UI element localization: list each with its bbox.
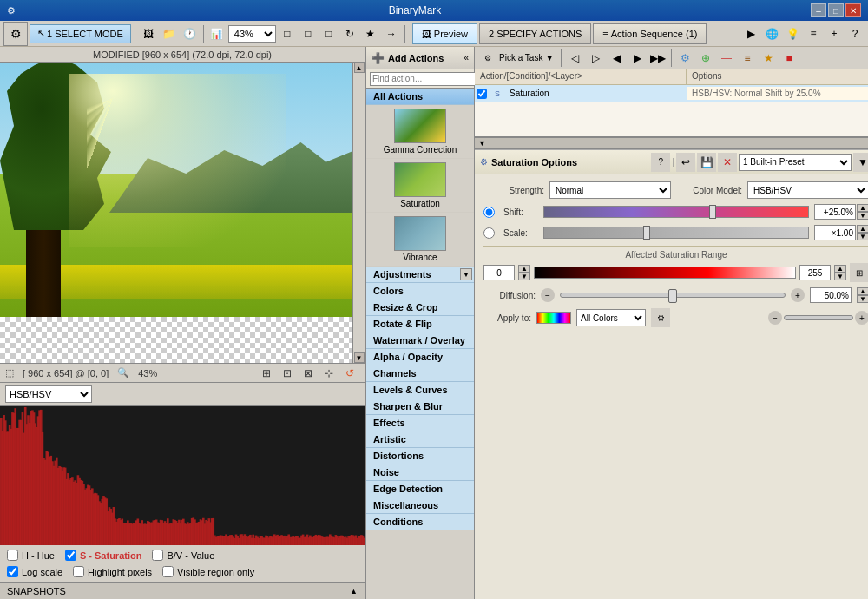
resize-crop-category[interactable]: Resize & Crop	[366, 300, 474, 316]
actions-btn-2[interactable]: ⊕	[696, 49, 715, 68]
folder-icon-btn[interactable]: 📁	[160, 24, 179, 43]
saturation-checkbox[interactable]	[65, 550, 76, 561]
watermark-category[interactable]: Watermark / Overlay	[366, 332, 474, 349]
colors-category[interactable]: Colors	[366, 283, 474, 300]
range-reset-btn[interactable]: ⊞	[850, 263, 868, 282]
add-btn[interactable]: +	[825, 24, 844, 43]
select-mode-button[interactable]: ↖ 1 SELECT MODE	[30, 24, 131, 43]
highlight-pixels-checkbox[interactable]	[73, 566, 84, 577]
scale-slider-track[interactable]	[543, 227, 809, 239]
value-checkbox[interactable]	[152, 550, 163, 561]
options-help-btn[interactable]: ?	[651, 153, 670, 172]
saturation-item[interactable]: Saturation	[366, 159, 474, 213]
actions-btn-5[interactable]: ★	[759, 49, 778, 68]
reset-btn[interactable]: ↺	[340, 364, 359, 383]
find-action-input[interactable]	[370, 72, 485, 86]
actions-btn-1[interactable]: ⚙	[675, 49, 694, 68]
apply-slider-track[interactable]	[784, 315, 853, 320]
rotate-flip-category[interactable]: Rotate & Flip	[366, 316, 474, 332]
diffusion-slider-thumb[interactable]	[668, 289, 677, 303]
settings-icon[interactable]: ⚙	[3, 22, 28, 46]
collapse-actions-btn[interactable]: «	[464, 53, 469, 63]
scroll-actions-down[interactable]: ▼	[460, 268, 472, 280]
scale-radio[interactable]	[483, 227, 495, 239]
adjustments-category[interactable]: Adjustments	[366, 267, 474, 283]
strength-select[interactable]: Normal	[549, 181, 671, 199]
actions-btn-6[interactable]: ■	[779, 49, 799, 68]
log-scale-checkbox[interactable]	[7, 566, 18, 577]
range-max-down[interactable]: ▼	[834, 273, 846, 280]
options-save-btn[interactable]: 💾	[697, 153, 716, 172]
diffusion-minus-btn[interactable]: −	[541, 288, 555, 302]
actual-btn[interactable]: ⊠	[299, 364, 318, 383]
options-undo-btn[interactable]: ↩	[676, 153, 695, 172]
zoom-btn-2[interactable]: □	[299, 24, 318, 43]
expand-btn[interactable]: ⊹	[319, 364, 339, 383]
specify-actions-tab[interactable]: 2 SPECIFY ACTIONS	[479, 23, 591, 44]
shift-spin-up[interactable]: ▲	[857, 204, 868, 212]
range-min-down[interactable]: ▼	[518, 273, 530, 280]
sequence-row[interactable]: S Saturation HSB/HSV: Normal Shift by 25…	[475, 85, 868, 102]
list-btn[interactable]: ≡	[804, 24, 823, 43]
grid-btn[interactable]: ⊞	[257, 364, 276, 383]
light-btn[interactable]: 💡	[783, 24, 802, 43]
hue-checkbox[interactable]	[7, 550, 18, 561]
diffusion-slider-track[interactable]	[560, 293, 786, 298]
fit-btn[interactable]: ⊡	[278, 364, 297, 383]
range-max-up[interactable]: ▲	[834, 265, 846, 273]
maximize-button[interactable]: □	[828, 3, 844, 17]
miscellaneous-category[interactable]: Miscellaneous	[366, 497, 474, 514]
all-actions-category[interactable]: All Actions	[366, 89, 474, 105]
channels-category[interactable]: Channels	[366, 365, 474, 382]
preview-tab[interactable]: 🖼 Preview	[412, 23, 477, 44]
zoom-btn-1[interactable]: □	[278, 24, 297, 43]
minimize-button[interactable]: –	[811, 3, 826, 17]
distortions-category[interactable]: Distortions	[366, 448, 474, 464]
actions-btn-3[interactable]: —	[717, 49, 736, 68]
shift-slider-thumb[interactable]	[709, 205, 716, 219]
next-btn[interactable]: ▶	[628, 49, 647, 68]
row-checkbox[interactable]	[477, 89, 487, 99]
diffusion-up[interactable]: ▲	[857, 287, 868, 295]
shift-radio[interactable]	[483, 207, 495, 218]
fwd-btn[interactable]: ▶▶	[648, 49, 667, 68]
export-btn[interactable]: →	[382, 24, 401, 43]
apply-plus-btn[interactable]: +	[855, 311, 868, 325]
move-down-btn[interactable]: ▷	[586, 49, 605, 68]
refresh-btn[interactable]: ↻	[340, 24, 359, 43]
range-max-input[interactable]	[799, 265, 831, 280]
options-collapse-bar[interactable]: ▼	[475, 137, 868, 149]
diffusion-value-input[interactable]	[810, 287, 852, 303]
diffusion-plus-btn[interactable]: +	[791, 288, 805, 302]
apply-minus-btn[interactable]: −	[768, 311, 782, 325]
close-button[interactable]: ✕	[845, 3, 861, 17]
gamma-correction-item[interactable]: Gamma Correction	[366, 105, 474, 159]
range-min-up[interactable]: ▲	[518, 265, 530, 273]
apply-settings-btn[interactable]: ⚙	[651, 308, 670, 327]
levels-curves-category[interactable]: Levels & Curves	[366, 382, 474, 398]
help-btn[interactable]: ?	[845, 24, 865, 43]
history-icon-btn[interactable]: 🕐	[181, 24, 200, 43]
zoom-btn-3[interactable]: □	[319, 24, 339, 43]
snapshots-bar[interactable]: SNAPSHOTS ▲	[0, 582, 365, 599]
vibrance-item[interactable]: Vibrance	[366, 213, 474, 267]
noise-category[interactable]: Noise	[366, 464, 474, 481]
alpha-opacity-category[interactable]: Alpha / Opacity	[366, 349, 474, 365]
visible-region-checkbox[interactable]	[162, 566, 174, 577]
channel-select[interactable]: HSB/HSV	[5, 385, 92, 403]
preset-dropdown-btn[interactable]: ▼	[853, 153, 868, 172]
scale-value-input[interactable]	[814, 225, 856, 240]
effects-category[interactable]: Effects	[366, 415, 474, 431]
actions-btn-4[interactable]: ≡	[738, 49, 757, 68]
image-icon-btn[interactable]: 🖼	[139, 24, 158, 43]
scroll-down-btn[interactable]: ▼	[354, 352, 365, 363]
apply-to-select[interactable]: All Colors	[576, 309, 646, 326]
options-close-btn[interactable]: ✕	[718, 153, 737, 172]
scale-spin-down[interactable]: ▼	[857, 233, 868, 240]
shift-slider-track[interactable]	[543, 206, 809, 218]
action-sequence-tab[interactable]: ≡ Action Sequence (1)	[593, 23, 707, 44]
histogram-icon-btn[interactable]: 📊	[207, 24, 227, 43]
artistic-category[interactable]: Artistic	[366, 431, 474, 448]
globe-btn[interactable]: 🌐	[762, 24, 781, 43]
move-up-btn[interactable]: ◁	[565, 49, 584, 68]
